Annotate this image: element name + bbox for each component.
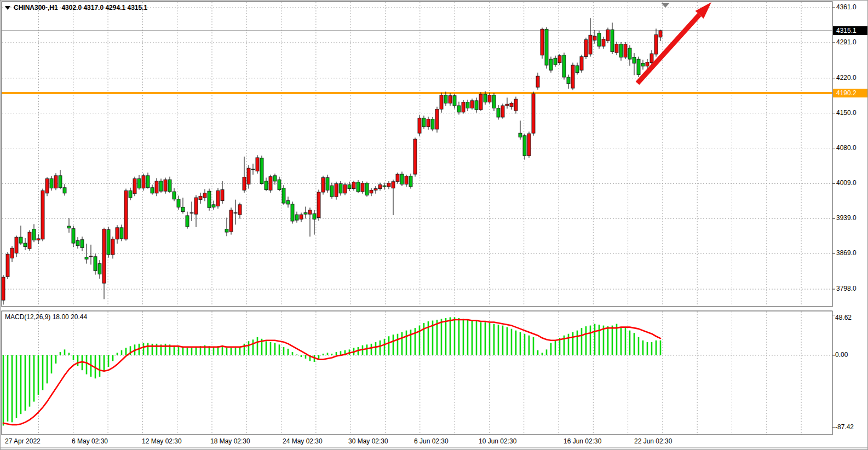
candle-body [63,188,66,193]
candle-body [514,99,518,111]
trend-arrow-shaft[interactable] [637,15,699,83]
candle-body [102,229,106,284]
macd-indicator-label: MACD(12,26,9) 18.00 20.44 [5,313,87,321]
candle-body [212,205,215,207]
candle-body [549,59,553,70]
candle-body [168,180,171,192]
candle-body [659,31,662,37]
candle-body [536,76,539,87]
candle-body [619,44,623,57]
price-axis-label: 3798.0 [836,285,856,292]
candle-body [142,176,145,188]
candle-body [129,191,132,198]
candle-body [164,180,167,191]
time-axis-label: 6 May 02:30 [72,437,108,445]
price-axis-label: 4009.0 [836,179,856,187]
candle-body [116,228,119,239]
candle-body [361,183,364,192]
candle-body [431,119,434,129]
candle-body [387,183,390,187]
candle-body [10,248,14,258]
price-axis-label: 4220.0 [836,74,856,82]
candle-body [444,95,447,103]
candle-body [2,277,5,300]
candle-body [278,180,281,189]
candle-body [32,229,36,240]
candle-body [225,229,228,232]
candle-body [221,189,224,200]
candle-body [24,243,27,246]
candle-body [308,210,312,214]
candle-body [449,96,452,103]
candle-body [453,96,456,106]
candle-body [440,95,443,109]
candle-body [300,215,303,219]
candle-body [260,158,263,184]
candle-body [615,44,618,53]
candle-body [378,184,382,188]
chart-canvas[interactable] [1,1,868,450]
candle-body [120,228,123,239]
candle-body [392,182,395,188]
candle-body [186,216,189,227]
price-axis-label: 4291.0 [836,38,856,46]
candle-body [256,158,259,171]
candle-body [462,102,465,112]
candle-body [76,241,79,246]
candle-body [396,174,399,182]
symbol-dropdown-icon[interactable] [5,6,10,10]
candle-body [28,232,31,249]
macd-pane-border [2,311,832,435]
candle-body [72,229,75,243]
candle-body [409,176,412,187]
candle-body [124,191,128,239]
price-axis-label: 4080.0 [836,144,856,152]
candle-body [59,176,62,188]
candle-body [177,199,180,207]
candle-body [527,134,531,155]
candle-body [173,192,176,199]
chart-title: CHINA300-,H1 4302.0 4317.0 4294.1 4315.1 [5,4,147,11]
candle-body [558,56,561,63]
chart-window: CHINA300-,H1 4302.0 4317.0 4294.1 4315.1… [0,0,868,450]
time-axis-label: 6 Jun 02:30 [414,437,449,445]
candle-body [6,254,9,276]
candle-body [269,177,272,191]
candle-body [479,94,482,109]
candle-body [562,55,566,77]
price-axis-label: 4150.0 [836,109,856,117]
candle-body [457,106,461,112]
candle-body [650,54,653,62]
candle-body [146,176,150,188]
window-bottom-strip [1,447,868,450]
time-axis[interactable]: 27 Apr 20226 May 02:3012 May 02:3018 May… [1,435,868,447]
candle-body [50,178,53,188]
candle-body [589,35,592,54]
candle-body [466,102,469,108]
candle-body [282,188,285,203]
candle-body [576,66,579,73]
hline-price-badge: 4190.2 [833,89,868,97]
candle-body [251,169,255,170]
candle-body [497,108,500,117]
price-axis-label: 4361.0 [836,3,856,11]
candle-body [295,215,298,220]
candle-body [321,178,325,192]
time-axis-label: 30 May 02:30 [348,437,388,445]
candle-body [107,229,110,255]
candle-body [304,212,307,214]
candle-body [54,176,58,188]
candle-body [199,196,202,199]
candle-body [15,237,18,253]
candle-body [194,198,198,214]
candle-body [357,182,360,192]
candle-body [339,183,342,193]
candle-body [611,30,614,51]
time-axis-label: 27 Apr 2022 [5,437,41,445]
time-axis-label: 22 Jun 02:30 [634,437,672,445]
candle-body [427,119,430,127]
candle-body [501,106,504,117]
time-axis-label: 18 May 02:30 [210,437,250,445]
candle-body [133,178,136,193]
candle-body [523,136,526,156]
